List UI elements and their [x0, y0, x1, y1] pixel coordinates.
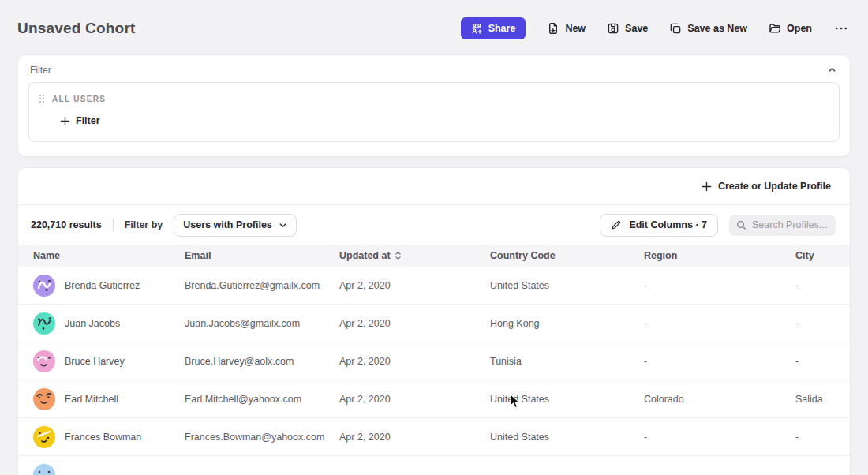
profile-city: Salida: [795, 394, 834, 405]
chevron-up-icon: [828, 65, 836, 74]
new-button[interactable]: New: [547, 22, 586, 35]
profile-email: Earl.Mitchell@yahoox.com: [185, 394, 339, 405]
profile-city: -: [795, 356, 834, 367]
avatar: [33, 312, 55, 335]
top-bar: Unsaved Cohort Share: [17, 0, 851, 52]
filter-by-label: Filter by: [125, 219, 163, 230]
divider: [113, 219, 114, 232]
column-header-name[interactable]: Name: [33, 250, 185, 261]
avatar: [33, 350, 55, 372]
profile-city: -: [795, 318, 834, 329]
add-filter-button[interactable]: Filter: [60, 115, 100, 126]
filter-group: ALL USERS Filter: [28, 82, 840, 142]
edit-columns-label: Edit Columns · 7: [629, 219, 707, 230]
column-header-country-code[interactable]: Country Code: [490, 250, 644, 261]
profile-country-code: United States: [490, 280, 644, 291]
profile-type-selected-value: Users with Profiles: [183, 219, 272, 230]
profile-city: -: [795, 432, 834, 443]
table-row[interactable]: Brenda Gutierrez Brenda.Gutierrez@gmailx…: [18, 267, 850, 305]
open-button[interactable]: Open: [769, 22, 812, 35]
results-panel: Create or Update Profile 220,710 results…: [17, 167, 851, 475]
profile-region: -: [644, 318, 795, 329]
profile-name: Brenda Gutierrez: [65, 280, 140, 291]
edit-columns-button[interactable]: Edit Columns · 7: [600, 214, 718, 237]
column-header-city[interactable]: City: [795, 250, 834, 261]
profile-country-code: Hong Kong: [490, 318, 644, 329]
profile-email: Brenda.Gutierrez@gmailx.com: [185, 280, 339, 291]
profile-country-code: Tunisia: [490, 356, 644, 367]
table-header-row: Name Email Updated at Country Code Regio…: [18, 245, 850, 267]
save-as-new-button[interactable]: Save as New: [669, 22, 747, 35]
top-bar-actions: Share New: [461, 17, 851, 39]
profile-name: Juan Jacobs: [65, 318, 120, 329]
filter-panel-label: Filter: [30, 65, 51, 76]
chevron-down-icon: [279, 221, 287, 230]
search-profiles-input[interactable]: [752, 219, 829, 230]
table-row[interactable]: [18, 456, 850, 475]
ellipsis-icon: [835, 22, 847, 35]
filter-panel: Filter ALL USERS: [17, 54, 851, 157]
profile-email: Frances.Bowman@yahoox.com: [185, 432, 339, 443]
profile-name: Frances Bowman: [65, 432, 141, 443]
profile-region: -: [644, 432, 795, 443]
sort-icon[interactable]: [394, 251, 402, 260]
profile-email: Bruce.Harvey@aolx.com: [185, 356, 339, 367]
avatar: [33, 426, 55, 448]
pencil-icon: [611, 219, 622, 230]
all-users-label: ALL USERS: [52, 95, 106, 103]
profile-updated-at: Apr 2, 2020: [339, 394, 490, 405]
avatar: [33, 275, 55, 297]
profile-updated-at: Apr 2, 2020: [339, 356, 490, 367]
save-button[interactable]: Save: [607, 22, 648, 35]
save-as-new-button-label: Save as New: [687, 23, 747, 34]
folder-icon: [769, 22, 781, 35]
profile-region: -: [644, 356, 795, 367]
avatar: [33, 388, 55, 410]
create-or-update-profile-label: Create or Update Profile: [718, 181, 831, 192]
copy-icon: [669, 22, 682, 35]
profile-region: -: [644, 280, 795, 291]
plus-icon: [702, 181, 712, 192]
create-or-update-profile-button[interactable]: Create or Update Profile: [702, 181, 831, 192]
table-row[interactable]: Juan Jacobs Juan.Jacobs@gmailx.com Apr 2…: [18, 305, 850, 342]
profile-city: -: [795, 280, 834, 291]
results-count: 220,710 results: [31, 219, 102, 230]
profile-country-code: United States: [490, 432, 644, 443]
profile-region: Colorado: [644, 394, 795, 405]
save-icon: [607, 22, 619, 35]
avatar: [33, 464, 55, 475]
share-button-label: Share: [488, 23, 516, 34]
profile-name: Bruce Harvey: [65, 356, 125, 367]
profile-name: Earl Mitchell: [65, 394, 118, 405]
table-row[interactable]: Frances Bowman Frances.Bowman@yahoox.com…: [18, 418, 850, 456]
page-title: Unsaved Cohort: [17, 20, 136, 37]
open-button-label: Open: [787, 23, 812, 34]
table-row[interactable]: Bruce Harvey Bruce.Harvey@aolx.com Apr 2…: [18, 342, 850, 380]
profile-email: Juan.Jacobs@gmailx.com: [185, 318, 339, 329]
column-header-region[interactable]: Region: [644, 250, 795, 261]
plus-icon: [60, 116, 70, 126]
profile-country-code: United States: [490, 394, 644, 405]
drag-handle-icon[interactable]: [39, 94, 45, 103]
search-icon: [736, 220, 746, 230]
share-button[interactable]: Share: [461, 17, 526, 39]
collapse-filter-button[interactable]: [826, 64, 838, 76]
file-plus-icon: [547, 22, 559, 35]
search-profiles-box: [729, 215, 836, 236]
save-button-label: Save: [625, 23, 648, 34]
column-header-updated-at[interactable]: Updated at: [339, 250, 490, 261]
column-header-email[interactable]: Email: [185, 250, 339, 261]
profile-updated-at: Apr 2, 2020: [339, 318, 490, 329]
new-button-label: New: [565, 23, 586, 34]
table-row[interactable]: Earl Mitchell Earl.Mitchell@yahoox.com A…: [18, 380, 850, 418]
profile-updated-at: Apr 2, 2020: [339, 432, 490, 443]
add-filter-label: Filter: [76, 115, 100, 126]
more-options-button[interactable]: [833, 22, 849, 35]
share-users-icon: [471, 23, 483, 35]
profile-type-dropdown[interactable]: Users with Profiles: [174, 214, 297, 237]
profile-updated-at: Apr 2, 2020: [339, 280, 490, 291]
